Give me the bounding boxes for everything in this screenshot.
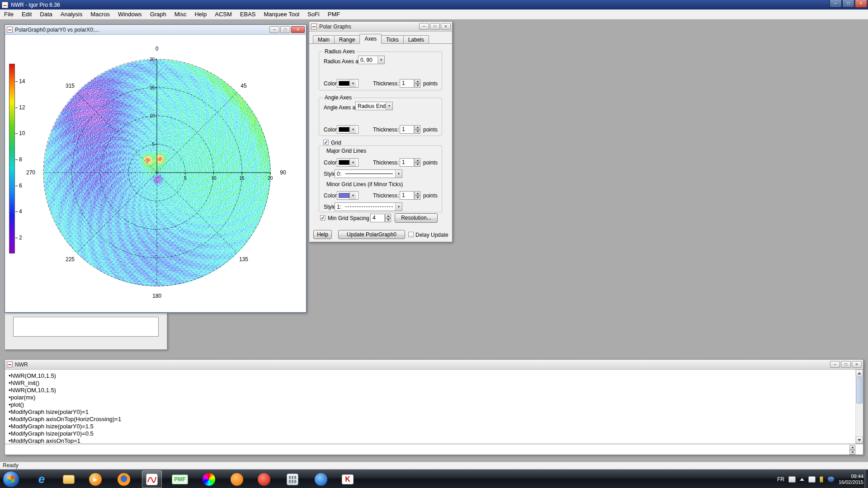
chevron-down-icon[interactable]: ▼ — [386, 102, 392, 110]
resolution-button[interactable]: Resolution... — [395, 213, 438, 223]
graph-window-titlebar[interactable]: PolarGraph0:polarY0 vs polarX0;... − □ × — [5, 25, 306, 35]
min-grid-spacing-stepper[interactable]: 4 — [370, 214, 391, 222]
spin-down-icon[interactable] — [415, 84, 420, 88]
nwr-maximize-button[interactable]: □ — [841, 361, 851, 368]
graph-maximize-button[interactable]: □ — [280, 26, 290, 33]
taskbar-k-app-icon[interactable]: K — [338, 470, 358, 488]
start-button[interactable] — [3, 471, 19, 488]
radius-axes-at-dropdown[interactable]: 0, 90 ▼ — [358, 56, 385, 64]
taskbar-calculator-icon[interactable] — [283, 470, 302, 488]
angle-thickness-value[interactable]: 1 — [400, 125, 414, 134]
taskbar-red-app-icon[interactable] — [254, 470, 274, 488]
taskbar-ie-icon[interactable]: e — [32, 470, 52, 488]
menu-acsm[interactable]: ACSM — [211, 9, 236, 19]
scroll-up-icon[interactable] — [856, 370, 863, 377]
help-button[interactable]: Help — [313, 230, 332, 239]
menu-help[interactable]: Help — [190, 9, 211, 19]
spin-up-icon[interactable] — [415, 125, 420, 130]
menu-macros[interactable]: Macros — [86, 9, 114, 19]
chevron-down-icon[interactable]: ▼ — [377, 56, 384, 64]
language-indicator[interactable]: FR — [777, 476, 784, 483]
taskbar-igor-icon[interactable] — [142, 470, 162, 488]
show-desktop-button[interactable] — [864, 470, 868, 488]
taskbar-blue-app-icon[interactable] — [311, 470, 331, 488]
history-scrollbar[interactable] — [855, 370, 863, 444]
menu-analysis[interactable]: Analysis — [57, 9, 86, 19]
scroll-down-icon[interactable] — [856, 436, 863, 444]
maximize-button[interactable]: □ — [842, 0, 854, 8]
spin-up-icon[interactable] — [415, 191, 420, 196]
tab-ticks[interactable]: Ticks — [381, 35, 404, 44]
chevron-down-icon[interactable]: ▼ — [349, 192, 356, 199]
menu-misc[interactable]: Misc — [170, 9, 191, 19]
taskbar-clock[interactable]: 09:44 16/02/2015 — [839, 474, 863, 485]
menu-file[interactable]: File — [0, 9, 18, 19]
taskbar-explorer-icon[interactable] — [59, 470, 79, 488]
minor-thickness-stepper[interactable]: 1 — [400, 191, 420, 200]
minimize-button[interactable]: − — [830, 0, 842, 8]
keyboard-icon[interactable] — [808, 476, 816, 483]
nwr-minimize-button[interactable]: − — [830, 361, 840, 368]
angle-axes-at-dropdown[interactable]: Radius End ▼ — [355, 102, 393, 110]
panel-maximize-button[interactable]: □ — [430, 23, 440, 30]
spin-up-icon[interactable] — [415, 158, 420, 163]
main-titlebar[interactable]: NWR - Igor Pro 6.36 − □ × — [0, 0, 868, 9]
tab-range[interactable]: Range — [334, 35, 360, 44]
grid-checkbox[interactable]: ✓ — [323, 140, 329, 145]
chevron-down-icon[interactable]: ▼ — [395, 203, 402, 211]
delay-update-checkbox[interactable] — [408, 232, 414, 237]
tab-main[interactable]: Main — [313, 35, 335, 44]
hidden-icons-chevron-icon[interactable] — [800, 478, 804, 481]
major-thickness-value[interactable]: 1 — [400, 158, 414, 167]
min-grid-spacing-checkbox[interactable]: ✓ — [320, 215, 326, 221]
close-button[interactable]: × — [855, 0, 867, 8]
nwr-titlebar[interactable]: NWR − □ × — [5, 360, 863, 370]
graph-minimize-button[interactable]: − — [269, 26, 279, 33]
input-scroll-up-icon[interactable] — [849, 445, 855, 450]
menu-windows[interactable]: Windows — [114, 9, 146, 19]
spin-down-icon[interactable] — [385, 218, 391, 223]
chevron-down-icon[interactable]: ▼ — [395, 170, 402, 178]
panel-minimize-button[interactable]: − — [419, 23, 429, 30]
radius-color-dropdown[interactable]: ▼ — [337, 79, 359, 88]
language-bar-icon[interactable] — [788, 476, 796, 483]
menu-graph[interactable]: Graph — [146, 9, 170, 19]
taskbar-media-player-icon[interactable]: ▶ — [85, 470, 105, 488]
polar-panel-titlebar[interactable]: Polar Graphs − □ × — [309, 22, 452, 32]
menu-ebas[interactable]: EBAS — [236, 9, 260, 19]
pen-icon[interactable] — [820, 476, 823, 483]
chevron-down-icon[interactable]: ▼ — [349, 126, 356, 133]
taskbar-pmf-icon[interactable]: PMF — [170, 470, 190, 488]
spin-down-icon[interactable] — [415, 130, 420, 134]
spin-up-icon[interactable] — [415, 79, 420, 84]
input-scroll-down-icon[interactable] — [849, 450, 855, 455]
angle-color-dropdown[interactable]: ▼ — [337, 125, 359, 134]
spin-down-icon[interactable] — [415, 196, 420, 200]
panel-close-button[interactable]: × — [441, 23, 451, 30]
menu-pmf[interactable]: PMF — [324, 9, 344, 19]
minor-thickness-value[interactable]: 1 — [400, 191, 414, 200]
radius-thickness-value[interactable]: 1 — [400, 79, 414, 88]
command-input[interactable] — [5, 445, 849, 454]
min-grid-spacing-value[interactable]: 4 — [370, 214, 385, 222]
menu-data[interactable]: Data — [36, 9, 56, 19]
tab-axes[interactable]: Axes — [359, 34, 382, 44]
tab-labels[interactable]: Labels — [403, 35, 429, 44]
chevron-down-icon[interactable]: ▼ — [349, 159, 356, 166]
minor-color-dropdown[interactable]: ▼ — [337, 191, 359, 200]
major-thickness-stepper[interactable]: 1 — [400, 158, 420, 167]
chevron-down-icon[interactable]: ▼ — [349, 80, 356, 87]
taskbar-firefox-icon[interactable] — [114, 470, 134, 488]
major-color-dropdown[interactable]: ▼ — [337, 158, 359, 167]
nwr-close-button[interactable]: × — [852, 361, 862, 368]
menu-edit[interactable]: Edit — [18, 9, 36, 19]
taskbar-orange-app-icon[interactable] — [227, 470, 247, 488]
spin-down-icon[interactable] — [415, 163, 420, 167]
radius-thickness-stepper[interactable]: 1 — [400, 79, 420, 88]
graph-close-button[interactable]: × — [291, 26, 305, 33]
shield-icon[interactable] — [827, 476, 835, 483]
taskbar-color-wheel-icon[interactable] — [199, 470, 219, 488]
scrollbar-thumb[interactable] — [856, 377, 863, 404]
angle-thickness-stepper[interactable]: 1 — [400, 125, 420, 134]
spin-up-icon[interactable] — [385, 214, 391, 218]
